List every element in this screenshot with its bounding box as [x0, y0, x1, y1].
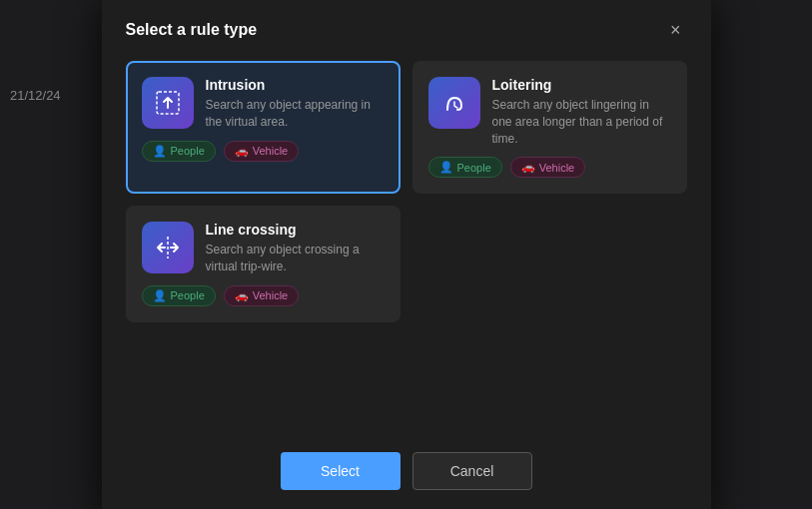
intrusion-card-name: Intrusion [206, 77, 385, 93]
intrusion-tags: 👤 People 🚗 Vehicle [142, 141, 385, 162]
loitering-card-header: Loitering Search any object lingering in… [428, 77, 671, 147]
people-icon-3: 👤 [153, 289, 167, 302]
intrusion-card-header: Intrusion Search any object appearing in… [142, 77, 385, 131]
people-icon: 👤 [153, 145, 167, 158]
select-button[interactable]: Select [281, 452, 401, 490]
line-crossing-card-desc: Search any object crossing a virtual tri… [206, 242, 385, 275]
rule-type-cards-grid: Intrusion Search any object appearing in… [126, 61, 687, 322]
line-crossing-card-info: Line crossing Search any object crossing… [206, 222, 385, 275]
loitering-vehicle-tag: 🚗 Vehicle [510, 157, 585, 178]
line-crossing-card-name: Line crossing [206, 222, 385, 238]
intrusion-people-tag: 👤 People [142, 141, 216, 162]
line-crossing-vehicle-tag: 🚗 Vehicle [224, 285, 299, 306]
vehicle-icon: 🚗 [235, 145, 249, 158]
intrusion-icon [142, 77, 194, 129]
intrusion-card-desc: Search any object appearing in the virtu… [206, 97, 385, 131]
intrusion-vehicle-tag: 🚗 Vehicle [224, 141, 299, 162]
line-crossing-icon [142, 222, 194, 273]
loitering-icon [428, 77, 480, 129]
vehicle-icon-2: 🚗 [521, 161, 535, 174]
line-crossing-people-label: People [171, 289, 205, 301]
people-icon-2: 👤 [439, 161, 453, 174]
loitering-people-label: People [457, 162, 491, 174]
loitering-tags: 👤 People 🚗 Vehicle [428, 157, 671, 178]
background-date: 21/12/24 [10, 88, 61, 103]
modal-header: Select a rule type × [126, 19, 687, 41]
line-crossing-people-tag: 👤 People [142, 285, 216, 306]
cancel-button[interactable]: Cancel [412, 452, 532, 490]
loitering-people-tag: 👤 People [428, 157, 502, 178]
loitering-card-info: Loitering Search any object lingering in… [492, 77, 671, 147]
line-crossing-tags: 👤 People 🚗 Vehicle [142, 285, 385, 306]
modal-title: Select a rule type [126, 21, 258, 39]
vehicle-icon-3: 🚗 [235, 289, 249, 302]
modal-footer: Select Cancel [126, 452, 687, 490]
line-crossing-card[interactable]: Line crossing Search any object crossing… [126, 206, 401, 322]
intrusion-people-label: People [171, 145, 205, 157]
line-crossing-vehicle-label: Vehicle [253, 289, 288, 301]
close-button[interactable]: × [664, 19, 687, 41]
loitering-card-name: Loitering [492, 77, 671, 93]
loitering-card[interactable]: Loitering Search any object lingering in… [412, 61, 687, 194]
intrusion-card-info: Intrusion Search any object appearing in… [206, 77, 385, 131]
loitering-vehicle-label: Vehicle [539, 162, 574, 174]
select-rule-type-dialog: Select a rule type × Intrusion Search an… [102, 0, 711, 509]
loitering-card-desc: Search any object lingering in one area … [492, 97, 671, 147]
intrusion-vehicle-label: Vehicle [253, 145, 288, 157]
line-crossing-card-header: Line crossing Search any object crossing… [142, 222, 385, 275]
intrusion-card[interactable]: Intrusion Search any object appearing in… [126, 61, 401, 194]
